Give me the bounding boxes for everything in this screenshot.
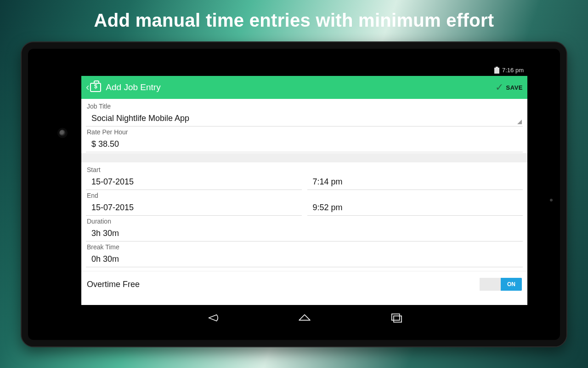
device-screen: 7:16 pm ‹ Add Job Entry ✓ SAVE Job Title…	[81, 64, 527, 330]
form-area: Job Title Social Nightlife Mobile App Ra…	[81, 99, 527, 305]
screen-title: Add Job Entry	[106, 82, 160, 92]
duration-input[interactable]: 3h 30m	[86, 225, 523, 242]
checkmark-icon: ✓	[495, 81, 503, 93]
nav-recent-button[interactable]	[387, 309, 406, 327]
status-time: 7:16 pm	[502, 67, 524, 74]
overtime-label: Overtime Free	[87, 280, 140, 289]
break-input[interactable]: 0h 30m	[86, 251, 523, 267]
start-date-input[interactable]: 15-07-2015	[86, 173, 302, 190]
duration-label: Duration	[86, 216, 523, 225]
svg-rect-1	[394, 316, 401, 322]
back-chevron-icon[interactable]: ‹	[86, 81, 90, 93]
end-label: End	[86, 190, 523, 199]
save-label: SAVE	[506, 84, 523, 91]
end-date-input[interactable]: 15-07-2015	[86, 199, 302, 216]
promo-title: Add manual time entries with minimum eff…	[0, 0, 588, 31]
nav-home-button[interactable]	[295, 309, 314, 327]
overtime-toggle[interactable]: ON	[480, 278, 522, 291]
battery-icon	[494, 67, 499, 74]
toggle-off-track	[480, 278, 501, 291]
start-time-input[interactable]: 7:14 pm	[307, 173, 523, 190]
rate-input[interactable]: $ 38.50	[86, 136, 523, 152]
status-bar: 7:16 pm	[81, 64, 527, 76]
svg-rect-0	[391, 314, 399, 320]
section-divider	[81, 153, 527, 162]
tablet-frame: 7:16 pm ‹ Add Job Entry ✓ SAVE Job Title…	[21, 41, 567, 347]
overtime-row: Overtime Free ON	[81, 271, 527, 297]
start-label: Start	[86, 164, 523, 173]
android-nav-bar	[81, 305, 527, 330]
job-title-spinner[interactable]: Social Nightlife Mobile App	[86, 110, 523, 126]
break-label: Break Time	[86, 242, 523, 251]
action-bar: ‹ Add Job Entry ✓ SAVE	[81, 76, 527, 99]
toggle-on-thumb: ON	[501, 278, 522, 291]
nav-back-button[interactable]	[204, 309, 222, 327]
end-time-input[interactable]: 9:52 pm	[307, 199, 523, 216]
rate-label: Rate Per Hour	[86, 126, 523, 136]
save-button[interactable]: ✓ SAVE	[495, 76, 523, 99]
job-title-label: Job Title	[86, 101, 523, 110]
app-icon[interactable]	[90, 83, 101, 92]
